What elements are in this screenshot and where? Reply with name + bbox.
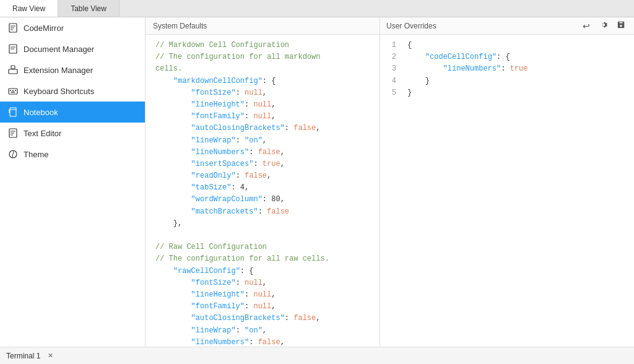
undo-button[interactable]: ↩	[580, 19, 593, 33]
terminal-bar: Terminal 1 ✕	[0, 347, 634, 364]
user-overrides-code: { "codeCellConfig": { "lineNumbers": tru…	[402, 40, 634, 342]
sidebar-item-notebook[interactable]: Notebook	[0, 102, 145, 123]
user-overrides-content[interactable]: 1 2 3 4 5 { "codeCellConfig": { "lineNum…	[380, 35, 634, 347]
main-layout: CodeMirror Document Manager Extension Ma…	[0, 17, 634, 347]
svg-rect-15	[10, 108, 16, 116]
codemirror-label: CodeMirror	[24, 24, 64, 33]
extension-manager-icon	[7, 64, 19, 76]
document-manager-icon	[7, 43, 19, 54]
svg-rect-14	[11, 92, 15, 93]
system-defaults-header: System Defaults	[145, 17, 380, 35]
code-block: // Markdown Cell Configuration // The co…	[155, 40, 370, 347]
text-editor-label: Text Editor	[24, 129, 61, 138]
content-area: System Defaults // Markdown Cell Configu…	[145, 17, 634, 347]
terminal-label: Terminal 1	[6, 352, 40, 360]
svg-rect-12	[12, 90, 14, 92]
system-defaults-content[interactable]: // Markdown Cell Configuration // The co…	[145, 35, 380, 347]
svg-rect-8	[9, 69, 17, 74]
keyboard-icon	[7, 85, 19, 97]
tab-table-view[interactable]: Table View	[58, 0, 119, 17]
theme-icon	[7, 149, 19, 160]
sidebar-item-theme[interactable]: Theme	[0, 144, 145, 165]
save-icon	[617, 20, 625, 31]
document-manager-label: Document Manager	[24, 45, 94, 54]
svg-rect-11	[10, 90, 11, 92]
sidebar: CodeMirror Document Manager Extension Ma…	[0, 17, 145, 347]
keyboard-shortcuts-label: Keyboard Shortcuts	[24, 87, 94, 96]
sidebar-item-codemirror[interactable]: CodeMirror	[0, 17, 145, 38]
notebook-icon	[7, 106, 19, 118]
codemirror-icon	[7, 22, 19, 33]
system-defaults-panel: System Defaults // Markdown Cell Configu…	[145, 17, 380, 347]
svg-rect-7	[11, 66, 15, 69]
gear-icon	[599, 20, 608, 31]
sidebar-item-keyboard-shortcuts[interactable]: Keyboard Shortcuts	[0, 80, 145, 102]
top-tab-bar: Raw View Table View	[0, 0, 634, 17]
svg-rect-18	[9, 111, 10, 113]
settings-button[interactable]	[597, 19, 610, 33]
user-overrides-header: User Overrides ↩	[380, 17, 634, 35]
notebook-label: Notebook	[24, 108, 58, 117]
svg-rect-10	[9, 89, 17, 94]
extension-manager-label: Extension Manager	[24, 66, 93, 75]
tab-raw-view[interactable]: Raw View	[0, 0, 58, 17]
sidebar-item-extension-manager[interactable]: Extension Manager	[0, 59, 145, 80]
save-button[interactable]	[614, 19, 628, 33]
user-overrides-title: User Overrides	[386, 22, 436, 30]
svg-rect-17	[9, 110, 10, 111]
terminal-close-button[interactable]: ✕	[48, 352, 53, 360]
theme-label: Theme	[24, 150, 48, 159]
sidebar-item-document-manager[interactable]: Document Manager	[0, 38, 145, 59]
line-numbers: 1 2 3 4 5	[380, 40, 402, 342]
user-overrides-panel: User Overrides ↩	[380, 17, 634, 347]
undo-icon: ↩	[583, 21, 590, 31]
header-actions: ↩	[580, 19, 628, 33]
svg-rect-13	[15, 90, 16, 92]
text-editor-icon	[7, 128, 19, 139]
sidebar-item-text-editor[interactable]: Text Editor	[0, 123, 145, 144]
